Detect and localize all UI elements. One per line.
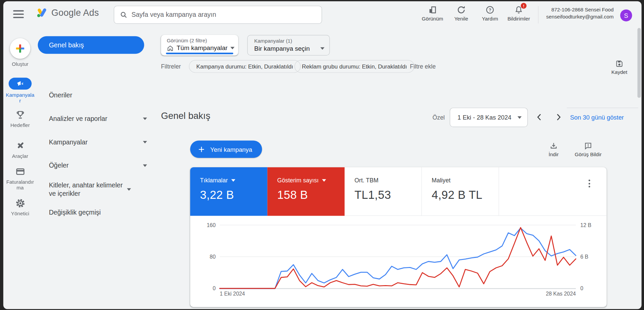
date-mode-label: Özel [433,114,445,121]
scorecard-value: 3,22 B [200,189,267,202]
next-period-button[interactable] [553,112,564,123]
create-button[interactable]: Oluştur [3,38,37,67]
x-axis-start-label: 1 Eki 2024 [220,291,245,297]
chart-lines[interactable] [220,225,576,289]
scorecard-maliyet[interactable]: Maliyet 4,92 B TL [422,167,499,216]
show-last-30-days-link[interactable]: Son 30 günü göster [570,114,624,121]
search-input[interactable] [132,11,316,18]
top-bar: Google Ads Görünüm [3,1,642,27]
feedback-button[interactable]: Görüş Bildir [572,142,605,158]
y-axis-right-tick: 6 B [580,254,588,260]
rail-item-kampanyalar[interactable]: Kampanyalar [3,78,37,103]
topbar-divider [538,6,538,23]
trophy-icon [15,110,26,120]
filters-label: Filtreler [161,63,181,70]
y-axis-right-tick: 12 B [580,222,591,228]
bell-icon: ! [514,5,524,15]
scorecard-strip: Tıklamalar 3,22 B Gösterim sayısı 158 B … [190,167,607,216]
chevron-down-icon [143,141,147,143]
nav-item-degisiklik-gecmisi[interactable]: Değişiklik geçmişi [38,208,161,216]
billing-card-icon [15,167,26,177]
column-chart-icon [428,5,437,15]
main-content: Görünüm (2 filtre) Tüm kampanyalar Kampa… [152,27,642,309]
dropdown-caret-icon [320,47,325,50]
overview-card-menu-button[interactable] [586,177,593,190]
appearance-button[interactable]: Görünüm [418,5,447,22]
help-button[interactable]: ? Yardım [476,5,504,22]
scorecard-value: TL1,53 [354,189,421,202]
left-rail: Oluştur Kampanyalar [3,27,37,309]
nav-item-kampanyalar[interactable]: Kampanyalar [38,138,161,146]
toolbar-divider [567,108,638,108]
notifications-button[interactable]: ! Bildirimler [504,5,533,22]
save-icon [615,59,623,68]
rail-item-faturalandirma[interactable]: Faturalandırma [3,167,37,191]
filter-chip-adgroup-status[interactable]: Reklam grubu durumu: Etkin, Duraklatıldı [295,60,414,73]
dropdown-caret-icon [517,116,522,119]
help-icon: ? [485,5,495,15]
plus-icon [198,145,205,153]
y-axis-right-tick: 0 [580,285,583,291]
download-button[interactable]: İndir [537,142,570,158]
feedback-icon [584,142,592,150]
account-id-name: 872-106-2868 Sensei Food [544,7,613,14]
desktop-background: Google Ads Görünüm [0,0,644,310]
filter-chip-campaign-status[interactable]: Kampanya durumu: Etkin, Duraklatıldı [189,60,301,73]
scorecard-value: 4,92 B TL [432,189,498,202]
rail-item-araclar[interactable]: Araçlar [3,141,37,159]
date-range-selector[interactable]: 1 Eki - 28 Kas 2024 [450,108,528,127]
nav-item-genel-bakis[interactable]: Genel bakış [38,36,144,54]
rail-item-hedefler[interactable]: Hedefler [3,110,37,128]
side-navigation: Genel bakış Öneriler Analizler ve raporl… [37,27,152,309]
save-button[interactable]: Kaydet [608,59,631,75]
nav-item-oneriler[interactable]: Öneriler [38,91,161,99]
metric-caret-icon [322,179,326,182]
view-selector[interactable]: Görünüm (2 filtre) Tüm kampanyalar [161,35,238,55]
y-axis-left-tick: 160 [190,222,216,228]
account-info[interactable]: 872-106-2868 Sensei Food senseifoodturke… [544,7,613,21]
avatar[interactable]: S [620,9,632,21]
megaphone-icon [9,78,32,89]
create-plus-icon [10,38,30,59]
brand-text: Google Ads [51,7,99,18]
add-filter-button[interactable]: Filtre ekle [410,63,436,70]
scorecard-ort-tbm[interactable]: Ort. TBM TL1,53 [345,167,422,216]
menu-icon[interactable] [13,10,24,18]
overview-card: Tıklamalar 3,22 B Gösterim sayısı 158 B … [190,167,607,307]
svg-text:?: ? [489,7,491,12]
scrollbar[interactable] [637,28,641,98]
account-email: senseifoodturkey@gmail.com [544,13,613,20]
scorecard-gosterim-sayisi[interactable]: Gösterim sayısı 158 B [267,167,345,216]
top-actions: Görünüm Yenile ? Yardım [418,5,533,22]
x-axis-end-label: 28 Kas 2024 [546,291,576,297]
rail-item-yonetici[interactable]: Yönetici [3,198,37,217]
dropdown-caret-icon [231,47,235,49]
brand: Google Ads [36,7,99,18]
google-ads-app: Google Ads Görünüm [3,1,642,309]
nav-item-ogeler[interactable]: Öğeler [38,162,161,170]
chevron-down-icon [127,188,131,191]
new-campaign-button[interactable]: Yeni kampanya [190,141,262,158]
scorecard-tiklamalar[interactable]: Tıklamalar 3,22 B [190,167,267,216]
chevron-down-icon [143,118,147,120]
y-axis-left-tick: 80 [190,254,216,260]
nav-item-analizler-ve-raporlar[interactable]: Analizler ve raporlar [38,115,161,123]
nav-item-kitleler[interactable]: Kitleler, anahtar kelimeler ve içerikler [38,181,161,198]
y-axis-left-tick: 0 [190,285,216,291]
notification-badge: ! [521,3,527,9]
google-ads-logo-icon [36,7,47,18]
download-icon [550,142,558,150]
global-search[interactable] [114,6,322,24]
scorecard-value: 158 B [277,189,345,202]
chevron-down-icon [143,165,147,167]
refresh-icon [456,5,466,15]
page-title: Genel bakış [161,110,210,121]
previous-period-button[interactable] [533,112,545,123]
home-icon [167,45,174,52]
metric-caret-icon [231,179,235,182]
refresh-button[interactable]: Yenile [447,5,476,22]
search-icon [120,11,127,18]
campaign-selector[interactable]: Kampanyalar (1) Bir kampanya seçin [247,35,330,55]
active-view-indicator [166,53,233,54]
tools-icon [15,141,26,151]
